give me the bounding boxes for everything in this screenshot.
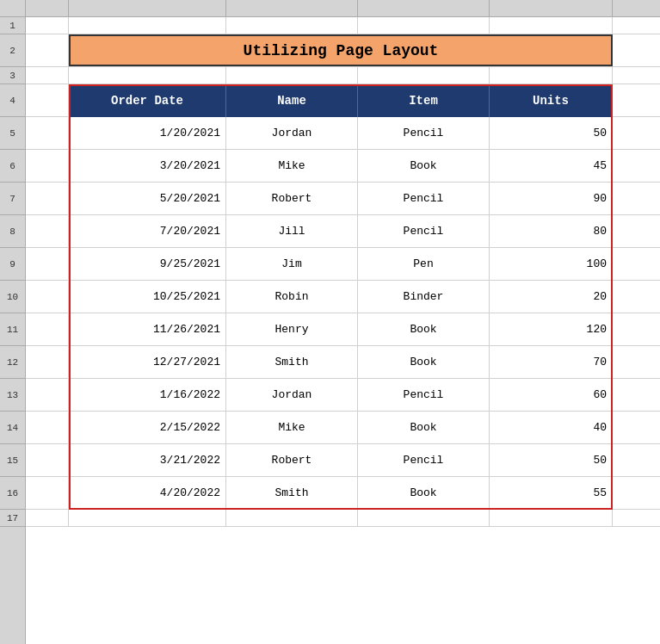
table-cell (490, 510, 613, 526)
table-cell: 3/21/2022 (69, 444, 226, 476)
row-num-2: 2 (0, 34, 25, 67)
table-cell: 80 (490, 215, 613, 247)
table-cell: Pencil (358, 215, 490, 247)
row-num-10: 10 (0, 281, 25, 313)
table-cell: 90 (490, 183, 613, 214)
table-cell: Mike (226, 412, 358, 443)
table-cell: Book (358, 150, 490, 182)
table-row: 3/20/2021MikeBook45 (26, 150, 660, 183)
table-cell: Jordan (226, 117, 358, 149)
table-cell (26, 510, 69, 526)
row-num-17: 17 (0, 510, 25, 527)
row-num-5: 5 (0, 117, 25, 150)
row-num-14: 14 (0, 412, 25, 444)
table-cell: 5/20/2021 (69, 183, 226, 214)
row-num-9: 9 (0, 248, 25, 281)
table-cell: Pen (358, 248, 490, 280)
table-row: Order DateNameItemUnits (26, 84, 660, 117)
table-cell (69, 67, 226, 84)
table-cell: 50 (490, 117, 613, 149)
table-cell (226, 510, 358, 526)
table-cell: Book (358, 313, 490, 345)
table-cell (26, 215, 69, 247)
table-cell: Henry (226, 313, 358, 345)
table-cell (26, 117, 69, 149)
row-num-15: 15 (0, 444, 25, 477)
row-num-8: 8 (0, 215, 25, 248)
col-header-d (358, 0, 490, 16)
table-cell (26, 84, 69, 116)
row-num-4: 4 (0, 84, 25, 117)
table-row: 7/20/2021JillPencil80 (26, 215, 660, 248)
table-cell (26, 150, 69, 182)
row-num-12: 12 (0, 346, 25, 379)
table-cell: 55 (490, 477, 613, 509)
table-cell: 60 (490, 379, 613, 411)
table-row: 2/15/2022MikeBook40 (26, 412, 660, 444)
table-cell (358, 67, 490, 84)
table-cell (490, 67, 613, 84)
table-cell: Robert (226, 444, 358, 476)
corner-cell (0, 0, 26, 16)
table-cell: Pencil (358, 444, 490, 476)
table-row: Utilizing Page Layout (26, 34, 660, 67)
row-numbers: 1234567891011121314151617 (0, 17, 26, 644)
table-cell: 1/16/2022 (69, 379, 226, 411)
table-cell: 40 (490, 412, 613, 443)
table-cell: Robert (226, 183, 358, 214)
table-cell: 4/20/2022 (69, 477, 226, 509)
table-cell: 1/20/2021 (69, 117, 226, 149)
table-cell (490, 17, 613, 34)
table-cell (26, 313, 69, 345)
table-cell: Binder (358, 281, 490, 313)
row-num-1: 1 (0, 17, 25, 34)
row-num-7: 7 (0, 183, 25, 215)
table-row: 3/21/2022RobertPencil50 (26, 444, 660, 477)
table-cell: 20 (490, 281, 613, 313)
title-cell: Utilizing Page Layout (69, 34, 613, 66)
table-cell (26, 281, 69, 313)
table-cell: Jordan (226, 379, 358, 411)
table-cell (26, 183, 69, 214)
col-header-c (226, 0, 358, 16)
grid-content: Utilizing Page LayoutOrder DateNameItemU… (26, 17, 660, 644)
order-date-header: Order Date (69, 84, 226, 117)
table-row (26, 510, 660, 527)
table-cell (226, 67, 358, 84)
name-header: Name (226, 84, 358, 117)
table-row: 12/27/2021SmithBook70 (26, 346, 660, 379)
table-cell: Pencil (358, 117, 490, 149)
col-header-e (490, 0, 613, 16)
col-header-b (69, 0, 226, 16)
table-cell: Jim (226, 248, 358, 280)
table-cell (26, 67, 69, 84)
table-cell (358, 510, 490, 526)
table-cell (26, 477, 69, 509)
table-cell: 2/15/2022 (69, 412, 226, 443)
table-cell: 100 (490, 248, 613, 280)
table-row: 11/26/2021HenryBook120 (26, 313, 660, 346)
table-cell: 9/25/2021 (69, 248, 226, 280)
row-num-6: 6 (0, 150, 25, 183)
col-headers (0, 0, 660, 17)
table-cell: Mike (226, 150, 358, 182)
table-cell: Robin (226, 281, 358, 313)
table-cell (26, 346, 69, 378)
table-row: 1/20/2021JordanPencil50 (26, 117, 660, 150)
item-header: Item (358, 84, 490, 117)
spreadsheet: 1234567891011121314151617 Utilizing Page… (0, 0, 660, 644)
row-num-13: 13 (0, 379, 25, 412)
table-row: 10/25/2021RobinBinder20 (26, 281, 660, 313)
table-row: 9/25/2021JimPen100 (26, 248, 660, 281)
table-cell: Book (358, 477, 490, 509)
table-cell: 7/20/2021 (69, 215, 226, 247)
table-row: 4/20/2022SmithBook55 (26, 477, 660, 510)
table-cell (26, 17, 69, 34)
table-row (26, 67, 660, 84)
units-header: Units (490, 84, 613, 117)
table-row: 5/20/2021RobertPencil90 (26, 183, 660, 215)
table-cell (358, 17, 490, 34)
table-cell (226, 17, 358, 34)
table-cell: Book (358, 346, 490, 378)
table-cell: Smith (226, 477, 358, 509)
